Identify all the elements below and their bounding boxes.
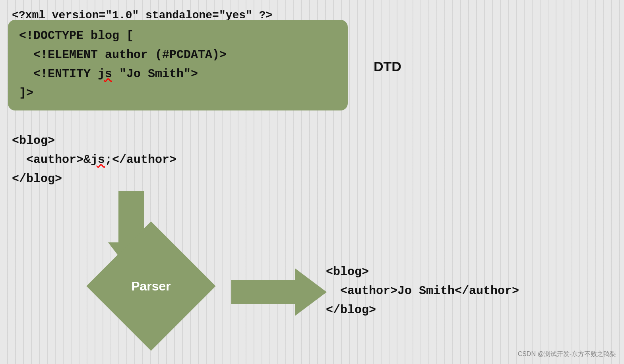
dtd-line-3: <!ENTITY js "Jo Smith"> — [19, 64, 337, 83]
output-xml: <blog> <author>Jo Smith</author> </blog> — [326, 262, 519, 319]
arrow-right-head — [295, 268, 327, 316]
lower-xml-line-2: <author>&js;</author> — [12, 150, 176, 169]
dtd-label: DTD — [374, 59, 401, 74]
parser-container: Parser — [74, 234, 229, 338]
output-line-2: <author>Jo Smith</author> — [326, 281, 519, 300]
lower-xml-line-1: <blog> — [12, 131, 176, 150]
dtd-line-2: <!ELEMENT author (#PCDATA)> — [19, 45, 337, 64]
output-line-1: <blog> — [326, 262, 519, 281]
dtd-line-4: ]> — [19, 83, 337, 103]
arrow-right-body — [231, 280, 295, 304]
watermark: CSDN @测试开发-东方不败之鸭梨 — [518, 350, 616, 358]
wavy-js-ref: js — [91, 153, 105, 167]
lower-xml-line-3: </blog> — [12, 169, 176, 188]
dtd-box: <!DOCTYPE blog [ <!ELEMENT author (#PCDA… — [8, 20, 348, 110]
lower-xml: <blog> <author>&js;</author> </blog> — [12, 131, 176, 188]
right-arrow — [231, 268, 327, 316]
dtd-line-1: <!DOCTYPE blog [ — [19, 26, 337, 45]
output-line-3: </blog> — [326, 300, 519, 319]
parser-label: Parser — [131, 279, 171, 294]
wavy-js: js — [98, 67, 112, 81]
